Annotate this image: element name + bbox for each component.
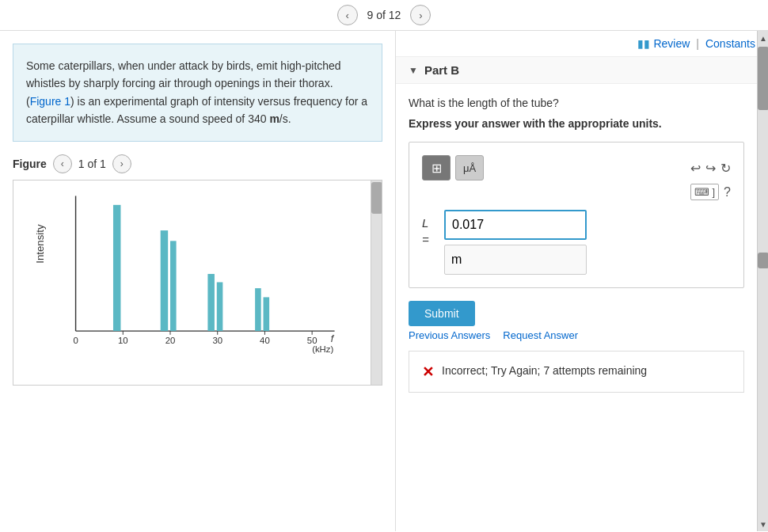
error-icon: ✕ [422, 363, 434, 381]
svg-text:Intensity: Intensity [34, 224, 46, 264]
links-row: Previous Answers Request Answer [409, 329, 744, 341]
figure-section: Figure ‹ 1 of 1 › Intensity [0, 154, 395, 398]
svg-text:0: 0 [73, 336, 78, 345]
next-question-button[interactable]: › [410, 5, 431, 25]
collapse-button[interactable]: ▼ [409, 65, 418, 76]
svg-text:f: f [331, 333, 335, 344]
review-label: Review [653, 37, 690, 50]
submit-button[interactable]: Submit [409, 301, 475, 326]
figure-prev-button[interactable]: ‹ [53, 154, 72, 173]
svg-text:40: 40 [260, 336, 270, 345]
figure-header: Figure ‹ 1 of 1 › [13, 154, 382, 173]
graph-svg: Intensity 0 10 20 30 40 50 f (kHz) [21, 188, 363, 361]
right-panel-scrollbar[interactable]: ▲ ▼ [757, 31, 768, 531]
unit-bold: m [269, 112, 279, 125]
figure-link[interactable]: Figure 1 [30, 95, 70, 108]
svg-text:20: 20 [165, 336, 176, 345]
graph-inner: Intensity 0 10 20 30 40 50 f (kHz) [13, 180, 371, 385]
answer-box: ⊞ μÅ ↩ ↪ ↻ ⌨ ] ? [409, 142, 744, 288]
svg-rect-21 [255, 288, 261, 331]
part-header: ▼ Part B [396, 57, 768, 84]
review-link[interactable]: ▮▮ Review [637, 37, 690, 50]
graph-scroll-thumb[interactable] [371, 182, 382, 214]
toolbar-right: ↩ ↪ ↻ [690, 161, 731, 176]
graph-scrollbar[interactable] [371, 180, 382, 385]
unit-input[interactable] [444, 245, 587, 275]
svg-rect-20 [217, 282, 223, 331]
matrix-icon: ⊞ [432, 161, 442, 176]
svg-rect-16 [113, 204, 120, 330]
request-answer-link[interactable]: Request Answer [503, 329, 578, 341]
question-text-after-link: ) is an experimental graph of intensity … [26, 95, 367, 125]
svg-text:30: 30 [212, 336, 222, 345]
value-input[interactable] [444, 210, 587, 240]
keyboard-icon[interactable]: ⌨ ] [690, 184, 719, 200]
undo-button[interactable]: ↩ [690, 161, 701, 176]
question-position: 9 of 12 [367, 9, 401, 21]
scroll-up-arrow[interactable]: ▲ [758, 31, 768, 45]
prev-question-button[interactable]: ‹ [337, 5, 358, 25]
toolbar-row1: ⊞ μÅ ↩ ↪ ↻ [422, 155, 731, 180]
reset-button[interactable]: ↻ [720, 161, 731, 176]
inputs-stack [444, 210, 587, 275]
scroll-thumb-top[interactable] [758, 47, 768, 110]
review-icon: ▮▮ [637, 37, 650, 50]
svg-rect-22 [264, 297, 270, 331]
svg-text:(kHz): (kHz) [312, 344, 333, 353]
part-question-text: What is the length of the tube? [409, 97, 744, 109]
question-box: Some caterpillars, when under attack by … [13, 44, 382, 142]
part-label: Part B [424, 63, 459, 77]
main-layout: Some caterpillars, when under attack by … [0, 31, 768, 531]
right-content: What is the length of the tube? Express … [396, 84, 768, 405]
mu-tool-button[interactable]: μÅ [455, 155, 484, 180]
figure-count: 1 of 1 [78, 158, 106, 170]
matrix-tool-button[interactable]: ⊞ [422, 155, 451, 180]
right-header: ▮▮ Review | Constants [396, 31, 768, 57]
figure-next-button[interactable]: › [112, 154, 131, 173]
right-panel: ▮▮ Review | Constants ▼ Part B What is t… [396, 31, 768, 531]
mu-icon: μÅ [463, 162, 476, 174]
previous-answers-link[interactable]: Previous Answers [409, 329, 490, 341]
svg-rect-18 [170, 241, 177, 331]
scroll-thumb-bottom[interactable] [758, 253, 768, 268]
scroll-down-arrow[interactable]: ▼ [758, 517, 768, 531]
svg-text:10: 10 [118, 336, 128, 345]
svg-rect-19 [207, 274, 215, 331]
top-navigation: ‹ 9 of 12 › [0, 0, 768, 31]
input-label: L= [422, 215, 438, 248]
express-label: Express your answer with the appropriate… [409, 116, 744, 132]
constants-link[interactable]: Constants [705, 37, 755, 50]
figure-label: Figure [13, 158, 47, 170]
help-button[interactable]: ? [724, 185, 731, 200]
redo-button[interactable]: ↪ [705, 161, 716, 176]
error-text: Incorrect; Try Again; 7 attempts remaini… [442, 363, 647, 379]
graph-container: Intensity 0 10 20 30 40 50 f (kHz) [13, 180, 382, 386]
separator: | [696, 37, 699, 50]
error-box: ✕ Incorrect; Try Again; 7 attempts remai… [409, 351, 744, 393]
svg-rect-17 [161, 230, 168, 331]
input-row: L= [422, 210, 731, 275]
toolbar-right2: ⌨ ] ? [690, 184, 731, 200]
toolbar-row2: ⌨ ] ? [422, 184, 731, 200]
left-panel: Some caterpillars, when under attack by … [0, 31, 396, 531]
question-text-end: /s. [279, 112, 291, 125]
